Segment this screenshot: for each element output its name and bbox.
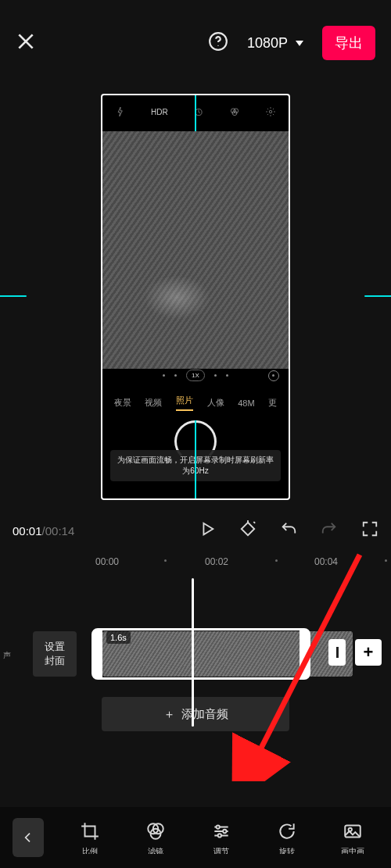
svg-point-13 xyxy=(218,834,221,837)
clip-strip[interactable] xyxy=(102,631,353,677)
redo-button[interactable] xyxy=(321,520,338,541)
svg-point-6 xyxy=(269,110,272,113)
ruler-dot xyxy=(275,559,278,562)
tool-filter[interactable]: 滤镜 xyxy=(136,821,175,854)
plus-icon: ＋ xyxy=(163,707,175,722)
svg-point-11 xyxy=(217,825,220,828)
bottom-toolbar: 比例 滤镜 调节 旋转 画中画 xyxy=(0,807,391,868)
resolution-label: 1080P xyxy=(247,35,288,52)
time-display: 00:01/00:14 xyxy=(13,524,74,538)
preview-frame: HDR 1X 夜景 视频 照片 人像 48M 更 为保证画面流畅，开启屏幕录制时… xyxy=(101,94,290,500)
time-current: 00:01 xyxy=(13,524,42,538)
ruler-dot xyxy=(164,559,167,562)
mode-video: 视频 xyxy=(145,397,162,409)
ruler-tick: 00:02 xyxy=(205,556,228,567)
fullscreen-button[interactable] xyxy=(361,520,378,541)
export-button[interactable]: 导出 xyxy=(322,26,375,60)
chevron-down-icon xyxy=(296,41,303,46)
lens-switch-icon xyxy=(268,370,279,381)
keyframe-button[interactable] xyxy=(239,520,256,541)
ruler-tick: 00:04 xyxy=(314,556,338,567)
add-audio-label: 添加音频 xyxy=(181,707,228,722)
guide-right xyxy=(364,295,391,297)
mode-more: 更 xyxy=(268,397,277,409)
time-total: 00:14 xyxy=(45,524,75,538)
mode-photo: 照片 xyxy=(176,395,193,411)
svg-point-1 xyxy=(217,45,218,46)
resolution-selector[interactable]: 1080P xyxy=(242,32,308,55)
filter-icon xyxy=(229,106,240,117)
tool-rotate[interactable]: 旋转 xyxy=(267,821,307,854)
tool-crop-label: 比例 xyxy=(82,846,98,854)
add-clip-button[interactable]: + xyxy=(355,639,382,666)
tool-image-label: 画中画 xyxy=(341,846,364,854)
set-cover-button[interactable]: 设置 封面 xyxy=(33,631,77,677)
tool-rotate-label: 旋转 xyxy=(279,846,295,854)
add-audio-button[interactable]: ＋ 添加音频 xyxy=(102,697,289,731)
undo-button[interactable] xyxy=(280,520,297,541)
svg-point-12 xyxy=(223,830,226,833)
clip-end-handle[interactable] xyxy=(328,639,346,666)
inner-zoom-row: 1X xyxy=(102,370,289,381)
inner-mode-tabs: 夜景 视频 照片 人像 48M 更 xyxy=(102,395,289,411)
tool-adjust[interactable]: 调节 xyxy=(202,821,241,854)
inner-preview-image xyxy=(102,131,289,369)
back-button[interactable] xyxy=(13,818,44,857)
zoom-label: 1X xyxy=(186,370,205,381)
help-icon[interactable] xyxy=(208,31,228,55)
settings-icon xyxy=(265,106,276,117)
track-label: 声 xyxy=(3,650,11,661)
hdr-label: HDR xyxy=(151,108,168,116)
guide-bottom xyxy=(195,420,196,498)
timeline-ruler[interactable]: 00:00 00:02 00:04 xyxy=(0,553,391,573)
guide-left xyxy=(0,295,27,297)
flash-icon xyxy=(115,106,126,117)
ruler-tick: 00:00 xyxy=(95,556,119,567)
tool-filter-label: 滤镜 xyxy=(148,846,163,854)
tool-crop[interactable]: 比例 xyxy=(70,821,109,854)
tool-adjust-label: 调节 xyxy=(213,846,229,854)
tool-image[interactable]: 画中画 xyxy=(333,821,372,854)
playhead[interactable] xyxy=(192,578,194,727)
clip-duration-badge: 1.6s xyxy=(106,631,131,644)
mode-night: 夜景 xyxy=(114,397,131,409)
mode-portrait: 人像 xyxy=(207,397,224,409)
play-button[interactable] xyxy=(199,520,216,541)
guide-top xyxy=(195,95,196,131)
preview-area[interactable]: HDR 1X 夜景 视频 照片 人像 48M 更 为保证画面流畅，开启屏幕录制时… xyxy=(0,94,391,504)
ruler-dot xyxy=(385,559,387,562)
mode-48m: 48M xyxy=(238,398,254,408)
close-button[interactable] xyxy=(16,31,36,55)
